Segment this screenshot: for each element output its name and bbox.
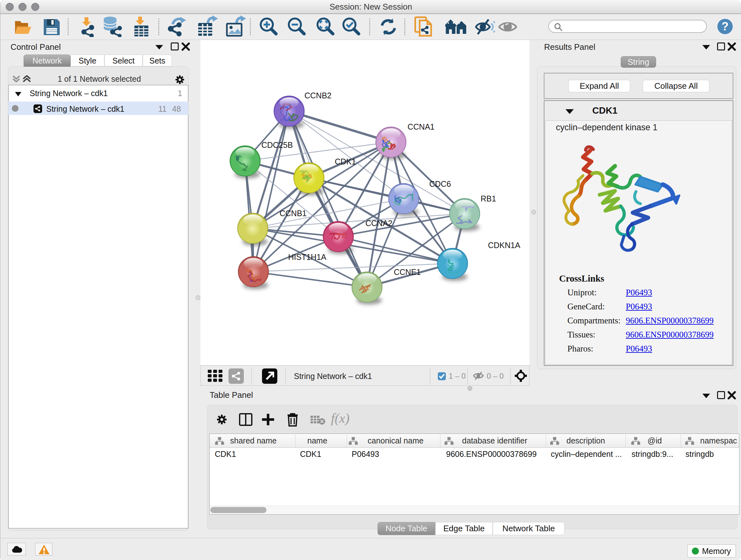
svg-text:CDC6: CDC6 [429, 179, 451, 188]
svg-text:CDK1: CDK1 [335, 157, 356, 166]
svg-text:HIST1H1A: HIST1H1A [288, 253, 327, 261]
svg-text:CCNB1: CCNB1 [280, 209, 307, 218]
svg-text:RB1: RB1 [481, 194, 496, 203]
svg-text:?: ? [722, 20, 729, 33]
svg-text:CCNA2: CCNA2 [365, 219, 393, 228]
svg-text:CDC25B: CDC25B [261, 140, 293, 149]
svg-text:CDKN1A: CDKN1A [488, 241, 521, 250]
svg-text:CCNA1: CCNA1 [408, 122, 434, 131]
svg-text:CCNB2: CCNB2 [305, 91, 332, 100]
svg-text:CCNE1: CCNE1 [394, 267, 421, 276]
